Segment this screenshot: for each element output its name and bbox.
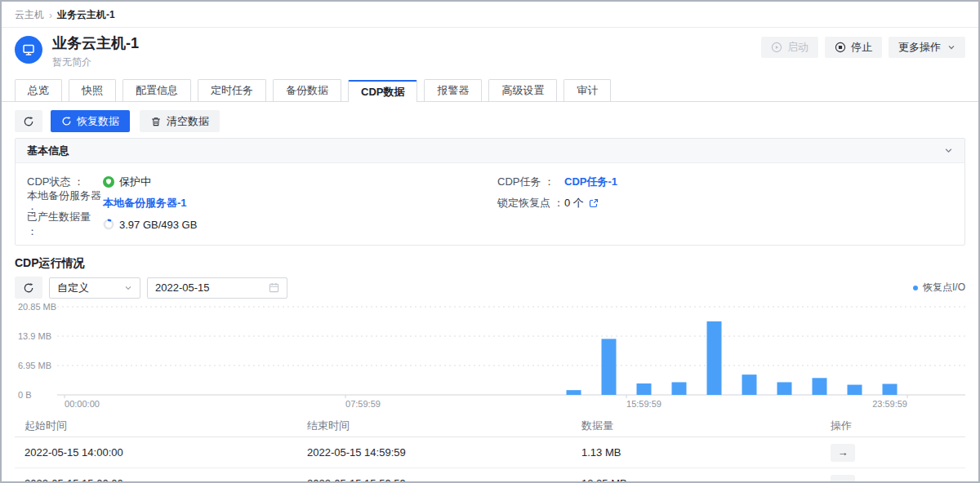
svg-text:20.85 MB: 20.85 MB: [18, 302, 56, 312]
stop-button[interactable]: 停止: [825, 37, 882, 58]
info-label: 已产生数据量 ：: [27, 210, 103, 239]
tab-定时任务[interactable]: 定时任务: [198, 79, 266, 101]
recovery-points-table: 起始时间 结束时间 数据量 操作 2022-05-15 14:00:002022…: [15, 414, 965, 483]
chart-bar: [637, 383, 652, 395]
more-actions-button[interactable]: 更多操作: [889, 37, 965, 58]
svg-text:6.95 MB: 6.95 MB: [18, 361, 51, 370]
vm-avatar: [15, 36, 42, 64]
page-title: 业务云主机-1: [52, 34, 139, 52]
info-value: 保护中: [103, 175, 151, 189]
cdp-runtime-title: CDP运行情况: [15, 256, 965, 271]
stop-circle-icon: [835, 42, 846, 53]
table-body: 2022-05-15 14:00:002022-05-15 14:59:591.…: [15, 437, 965, 483]
basic-info-col-left: CDP状态 ：保护中本地备份服务器 ：本地备份服务器-1已产生数据量 ：3.97…: [27, 171, 483, 235]
refresh-icon: [23, 116, 34, 127]
table-header: 起始时间 结束时间 数据量 操作: [15, 414, 965, 437]
restore-row-button[interactable]: →: [831, 444, 855, 462]
restore-data-label: 恢复数据: [77, 114, 119, 129]
tab-总览[interactable]: 总览: [15, 79, 62, 101]
chevron-down-icon: [124, 284, 132, 292]
arrow-right-icon: →: [838, 445, 849, 461]
play-circle-icon: [771, 42, 782, 53]
stop-button-label: 停止: [851, 40, 872, 55]
col-data-size: 数据量: [572, 419, 821, 433]
refresh-icon: [23, 282, 34, 294]
info-row: 已产生数据量 ：3.97 GB/493 GB: [27, 214, 483, 235]
start-button[interactable]: 启动: [761, 37, 818, 58]
chevron-down-icon: [947, 43, 956, 51]
arrow-right-icon: →: [838, 476, 849, 483]
restore-data-button[interactable]: 恢复数据: [51, 110, 130, 132]
col-start-time: 起始时间: [15, 419, 297, 433]
table-row: 2022-05-15 14:00:002022-05-15 14:59:591.…: [15, 437, 965, 468]
chart-bar: [602, 339, 617, 395]
basic-info-header[interactable]: 基本信息: [16, 139, 964, 163]
basic-info-col-right: CDP任务 ：CDP任务-1锁定恢复点 ：0 个: [497, 171, 953, 235]
vm-detail-page: 云主机 › 业务云主机-1 业务云主机-1 暂无简介 启动 停止 更多操作: [0, 0, 980, 483]
basic-info-panel: 基本信息 CDP状态 ：保护中本地备份服务器 ：本地备份服务器-1已产生数据量 …: [15, 138, 965, 246]
tab-快照[interactable]: 快照: [69, 79, 116, 101]
trash-icon: [150, 116, 162, 127]
refresh-button[interactable]: [15, 110, 42, 132]
cdp-status-text: 保护中: [119, 175, 151, 189]
info-label: 锁定恢复点 ：: [497, 196, 564, 210]
chart-legend[interactable]: 恢复点I/O: [913, 281, 965, 295]
chart-refresh-button[interactable]: [15, 277, 42, 299]
chart-bar: [777, 382, 792, 395]
cell-data-size: 13.25 MB: [572, 477, 821, 483]
breadcrumb-separator: ›: [49, 10, 52, 21]
date-picker[interactable]: 2022-05-15: [147, 277, 287, 299]
breadcrumb: 云主机 › 业务云主机-1: [2, 2, 978, 28]
restore-row-button[interactable]: →: [831, 475, 855, 483]
start-button-label: 启动: [787, 40, 808, 55]
bar-chart-canvas: 0 B6.95 MB13.9 MB20.85 MB00:00:0007:59:5…: [15, 302, 969, 410]
svg-text:0 B: 0 B: [18, 390, 32, 400]
breadcrumb-vm-list[interactable]: 云主机: [15, 8, 44, 22]
chart-bar: [813, 378, 827, 395]
cdp-toolbar: 恢复数据 清空数据: [15, 110, 965, 132]
info-row: CDP任务 ：CDP任务-1: [497, 171, 953, 193]
chart-bar: [848, 385, 862, 395]
entity-link[interactable]: 本地备份服务器-1: [103, 196, 187, 210]
header-actions: 启动 停止 更多操作: [761, 37, 965, 58]
tab-配置信息[interactable]: 配置信息: [122, 79, 191, 101]
clear-data-label: 清空数据: [167, 114, 209, 129]
cell-data-size: 1.13 MB: [572, 446, 821, 459]
tab-CDP数据[interactable]: CDP数据: [348, 80, 417, 102]
tab-备份数据[interactable]: 备份数据: [273, 79, 341, 101]
info-label: CDP任务 ：: [497, 175, 564, 189]
page-header: 业务云主机-1 暂无简介 启动 停止 更多操作: [2, 28, 978, 69]
svg-text:23:59:59: 23:59:59: [872, 399, 907, 409]
tab-审计[interactable]: 审计: [564, 79, 611, 101]
svg-text:07:59:59: 07:59:59: [345, 399, 381, 409]
page-subtitle: 暂无简介: [52, 55, 139, 69]
data-usage-text: 3.97 GB/493 GB: [119, 219, 197, 231]
col-actions: 操作: [821, 419, 965, 433]
tab-报警器[interactable]: 报警器: [424, 79, 482, 101]
cell-start-time: 2022-05-15 14:00:00: [15, 446, 297, 459]
tab-高级设置[interactable]: 高级设置: [488, 79, 557, 101]
cell-start-time: 2022-05-15 15:00:00: [15, 477, 297, 483]
more-actions-label: 更多操作: [898, 40, 941, 55]
info-label: CDP状态 ：: [27, 175, 103, 189]
cell-actions: →: [821, 475, 965, 483]
locked-points-count: 0 个: [564, 196, 584, 210]
clear-data-button[interactable]: 清空数据: [140, 110, 220, 132]
time-range-select[interactable]: 自定义: [49, 277, 140, 299]
chart-bar: [883, 384, 898, 395]
info-row: 锁定恢复点 ：0 个: [497, 193, 953, 214]
basic-info-title: 基本信息: [27, 144, 69, 158]
chart-bar: [672, 382, 687, 395]
calendar-icon: [269, 282, 279, 293]
tabs: 总览快照配置信息定时任务备份数据CDP数据报警器高级设置审计: [2, 79, 978, 102]
entity-link[interactable]: CDP任务-1: [564, 175, 617, 189]
svg-text:00:00:00: 00:00:00: [65, 399, 100, 409]
cell-actions: →: [821, 444, 965, 462]
external-link-icon[interactable]: [589, 198, 599, 208]
svg-text:13.9 MB: 13.9 MB: [18, 331, 51, 341]
info-value: 本地备份服务器-1: [103, 196, 187, 210]
cdp-io-chart: 0 B6.95 MB13.9 MB20.85 MB00:00:0007:59:5…: [15, 302, 965, 413]
restore-icon: [61, 116, 72, 126]
shield-protected-icon: [103, 176, 114, 188]
chart-bar: [742, 374, 757, 395]
